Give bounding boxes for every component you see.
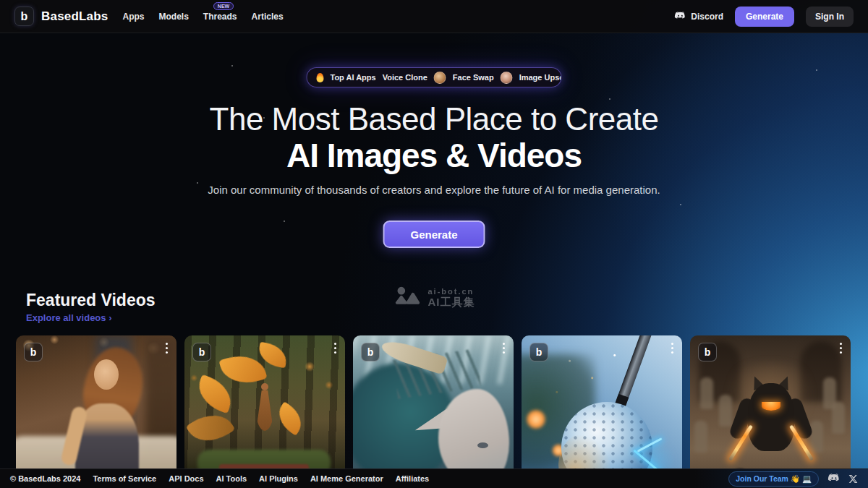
card-menu-icon[interactable] — [334, 343, 336, 345]
brand-name[interactable]: BasedLabs — [41, 9, 109, 24]
basedlabs-watermark-badge: b — [192, 343, 211, 361]
footer-right-group: Join Our Team 👋 💻 — [728, 471, 858, 487]
basedlabs-watermark-badge: b — [361, 343, 380, 361]
hero-title-line2: AI Images & Videos — [0, 136, 868, 175]
app-avatar — [501, 72, 513, 84]
hero-title-line1: The Most Based Place to Create — [0, 101, 868, 137]
nav-item-threads[interactable]: Threads NEW — [203, 12, 237, 22]
footer-bar: © BasedLabs 2024 Terms of Service API Do… — [0, 468, 868, 488]
app-avatar — [434, 72, 446, 84]
discord-icon[interactable] — [827, 474, 841, 484]
basedlabs-logo-icon[interactable]: b — [14, 7, 34, 26]
card-art — [186, 405, 236, 451]
card-art — [261, 383, 268, 390]
generate-button-nav[interactable]: Generate — [735, 7, 794, 27]
star-particle — [816, 69, 817, 71]
card-menu-icon[interactable] — [503, 343, 505, 345]
footer-link-terms[interactable]: Terms of Service — [93, 474, 156, 483]
star-particle — [609, 98, 610, 100]
footer-social-icons — [827, 474, 858, 484]
basedlabs-watermark-badge: b — [24, 343, 43, 361]
ticker-headline: Top AI Apps — [331, 73, 376, 82]
copyright-text: © BasedLabs 2024 — [10, 474, 80, 483]
nav-item-articles[interactable]: Articles — [252, 12, 284, 22]
card-art — [694, 421, 707, 453]
basedlabs-watermark-badge: b — [529, 343, 548, 361]
card-art — [762, 402, 780, 411]
x-twitter-icon[interactable] — [848, 474, 858, 484]
nav-item-models[interactable]: Models — [159, 12, 189, 22]
card-art — [526, 409, 546, 429]
star-particle — [231, 65, 233, 67]
video-card-autumn-figurine[interactable]: b — [184, 335, 345, 477]
top-ai-apps-ticker[interactable]: Top AI Apps Voice Clone Face Swap Image … — [307, 67, 562, 87]
nav-right-group: Discord Generate Sign In — [674, 7, 854, 27]
explore-all-videos-link[interactable]: Explore all videos › — [26, 312, 112, 323]
star-particle — [680, 204, 681, 205]
card-menu-icon[interactable] — [166, 343, 168, 345]
card-art — [477, 442, 488, 448]
flame-icon — [317, 73, 324, 82]
discord-link[interactable]: Discord — [674, 12, 723, 22]
join-our-team-button[interactable]: Join Our Team 👋 💻 — [728, 471, 819, 487]
card-art — [719, 395, 732, 427]
nav-item-apps[interactable]: Apps — [123, 12, 145, 22]
video-card-demon-warrior[interactable]: b — [690, 335, 851, 477]
top-navbar: b BasedLabs Apps Models Threads NEW Arti… — [0, 0, 868, 33]
card-menu-icon[interactable] — [671, 343, 673, 345]
footer-link-ai-tools[interactable]: AI Tools — [216, 474, 247, 483]
basedlabs-watermark-badge: b — [698, 343, 717, 361]
card-art — [272, 401, 308, 436]
video-card-electric-golf-ball[interactable]: b — [522, 335, 682, 477]
ticker-app-voice-clone[interactable]: Voice Clone — [383, 73, 427, 82]
card-menu-icon[interactable] — [840, 343, 842, 345]
new-badge: NEW — [213, 2, 234, 10]
card-art — [700, 377, 713, 409]
featured-videos-heading: Featured Videos — [26, 291, 156, 310]
card-art — [192, 374, 237, 414]
ticker-app-image-upscaler[interactable]: Image Upscaler — [519, 73, 562, 82]
footer-link-ai-meme-generator[interactable]: AI Meme Generator — [310, 474, 383, 483]
footer-link-ai-plugins[interactable]: AI Plugins — [259, 474, 298, 483]
generate-button-hero[interactable]: Generate — [383, 221, 485, 248]
footer-link-affiliates[interactable]: Affiliates — [396, 474, 429, 483]
card-art — [748, 383, 794, 451]
card-art — [256, 390, 273, 431]
ai-bot-logo-icon — [393, 286, 422, 309]
card-art — [94, 359, 119, 390]
video-card-underwater-elf[interactable]: b — [353, 335, 514, 477]
star-particle — [284, 221, 285, 222]
footer-link-api-docs[interactable]: API Docs — [169, 474, 203, 483]
watermark-site: ai-bot.cn — [428, 287, 475, 296]
hero-subtitle: Join our community of thousands of creat… — [0, 184, 868, 196]
discord-icon — [674, 12, 686, 21]
video-card-glamour-portrait[interactable]: b — [16, 335, 176, 477]
basedlabs-landing-page: b BasedLabs Apps Models Threads NEW Arti… — [0, 0, 868, 488]
discord-label: Discord — [691, 12, 723, 22]
watermark-title: AI工具集 — [428, 296, 475, 308]
card-art — [810, 421, 823, 453]
sign-in-button[interactable]: Sign In — [806, 7, 854, 27]
card-art — [832, 402, 845, 434]
nav-item-threads-label: Threads — [203, 12, 237, 22]
watermark-text: ai-bot.cn AI工具集 — [428, 287, 475, 309]
nav-links: Apps Models Threads NEW Articles — [123, 12, 284, 22]
ticker-app-face-swap[interactable]: Face Swap — [453, 73, 494, 82]
card-art — [218, 349, 267, 390]
ai-bot-watermark: ai-bot.cn AI工具集 — [393, 286, 475, 309]
